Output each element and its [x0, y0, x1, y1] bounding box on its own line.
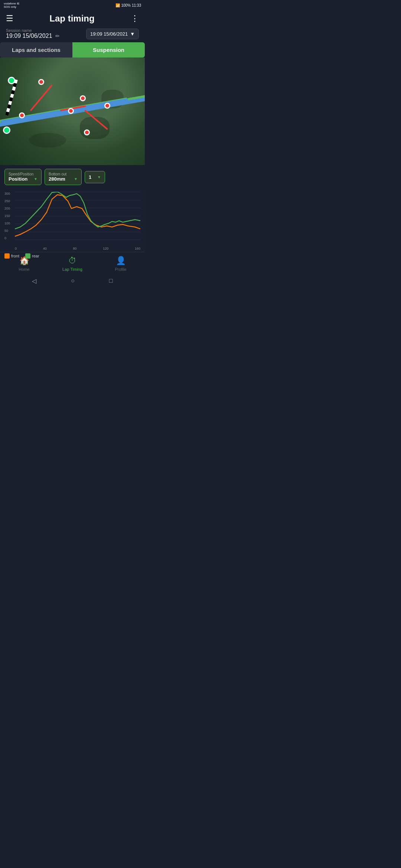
- section-line-1: [30, 85, 53, 111]
- lap-arrow-icon: ▼: [97, 175, 101, 179]
- chart-svg: [15, 192, 140, 240]
- battery-label: 100%: [121, 3, 131, 7]
- suspension-chart: 0 50 100 150 200 250 300 0: [0, 189, 145, 252]
- session-label: Session name: [6, 28, 60, 33]
- chart-legend: front rear: [4, 252, 140, 259]
- y-label-200: 200: [4, 207, 10, 210]
- status-bar: vodafone IE SOS only 📶 100% 11:33: [0, 0, 145, 10]
- x-label-40: 40: [43, 247, 47, 250]
- session-value-row: 19:09 15/06/2021 ✏: [6, 33, 60, 39]
- lap-value: 1: [89, 174, 91, 180]
- tab-laps-sections[interactable]: Laps and sections: [0, 42, 72, 57]
- x-axis-labels: 0 40 80 120 160: [15, 247, 140, 250]
- chart-controls: Speed/Position Position ▼ Bottom out 280…: [0, 165, 145, 189]
- speed-position-value: Position: [9, 176, 27, 182]
- section-dot-3a: [104, 103, 110, 109]
- home-button[interactable]: ○: [71, 277, 75, 284]
- section-dot-2a: [80, 95, 86, 101]
- section-dot-1b: [19, 112, 25, 118]
- session-row: Session name 19:09 15/06/2021 ✏ 19:09 15…: [0, 27, 145, 42]
- app-header: ☰ Lap timing ⋮: [0, 10, 145, 27]
- x-label-160: 160: [135, 247, 140, 250]
- speed-position-label: Speed/Position: [9, 172, 38, 176]
- session-dropdown-value: 19:09 15/06/2021: [90, 31, 128, 37]
- chart-area: 0 50 100 150 200 250 300 0: [4, 192, 140, 244]
- speed-position-arrow-icon: ▼: [34, 177, 38, 181]
- front-line: [15, 195, 140, 236]
- carrier-name: vodafone IE: [4, 2, 20, 5]
- status-icons: 📶 100% 11:33: [115, 3, 141, 7]
- time-label: 11:33: [132, 3, 141, 7]
- nav-home-label: Home: [19, 267, 29, 272]
- start-point-bottom: [3, 126, 10, 134]
- x-label-120: 120: [103, 247, 108, 250]
- recents-button[interactable]: □: [109, 277, 113, 284]
- legend-rear-color: [25, 253, 30, 259]
- bottom-out-value: 280mm: [49, 176, 65, 182]
- start-finish-line: [5, 79, 18, 116]
- legend-front-color: [4, 253, 10, 259]
- y-label-0: 0: [4, 236, 10, 240]
- signal-icon: 📶: [115, 3, 120, 7]
- legend-rear-label: rear: [32, 254, 39, 258]
- session-date: 19:09 15/06/2021: [6, 33, 52, 39]
- y-label-100: 100: [4, 221, 10, 225]
- edit-session-button[interactable]: ✏: [55, 33, 60, 39]
- tab-bar: Laps and sections Suspension: [0, 42, 145, 57]
- bottom-out-dropdown[interactable]: Bottom out 280mm ▼: [45, 169, 82, 185]
- legend-rear: rear: [25, 253, 39, 259]
- rear-line: [15, 192, 140, 229]
- x-label-80: 80: [73, 247, 76, 250]
- more-menu-button[interactable]: ⋮: [131, 14, 139, 23]
- nav-lap-timing-label: Lap Timing: [62, 267, 82, 272]
- carrier-info: vodafone IE SOS only: [4, 2, 20, 9]
- section-dot-1a: [38, 79, 44, 85]
- map-view[interactable]: [0, 57, 145, 165]
- x-label-0: 0: [15, 247, 17, 250]
- dropdown-arrow-icon: ▼: [130, 31, 135, 37]
- session-dropdown[interactable]: 19:09 15/06/2021 ▼: [86, 29, 139, 39]
- session-info: Session name 19:09 15/06/2021 ✏: [6, 28, 60, 39]
- y-axis-labels: 0 50 100 150 200 250 300: [4, 192, 10, 240]
- lap-dropdown[interactable]: 1 ▼: [85, 171, 105, 183]
- map-background: [0, 57, 145, 165]
- bottom-out-label: Bottom out: [49, 172, 78, 176]
- legend-front-label: front: [11, 254, 19, 258]
- tab-suspension[interactable]: Suspension: [72, 42, 145, 57]
- sos-label: SOS only: [4, 5, 20, 9]
- page-title: Lap timing: [49, 13, 94, 24]
- y-label-150: 150: [4, 214, 10, 218]
- y-label-50: 50: [4, 229, 10, 233]
- hamburger-menu-button[interactable]: ☰: [6, 14, 13, 23]
- y-label-250: 250: [4, 199, 10, 203]
- nav-profile-label: Profile: [115, 267, 126, 272]
- system-navigation: ◁ ○ □: [0, 274, 145, 287]
- back-button[interactable]: ◁: [32, 277, 36, 285]
- bottom-out-arrow-icon: ▼: [74, 177, 78, 181]
- legend-front: front: [4, 253, 19, 259]
- speed-position-dropdown[interactable]: Speed/Position Position ▼: [4, 169, 42, 185]
- y-label-300: 300: [4, 192, 10, 195]
